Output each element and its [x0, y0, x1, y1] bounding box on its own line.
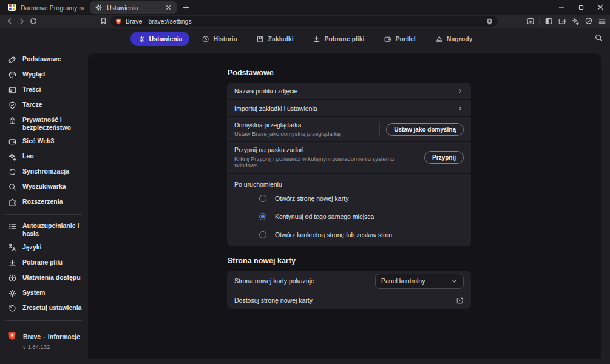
sidebar-item-zresetuj[interactable]: Zresetuj ustawienia: [0, 301, 88, 316]
settings-sidebar: Podstawowe Wygląd Treści Tarcze Prywatno…: [0, 52, 88, 352]
site-favicon-icon: [8, 4, 16, 12]
external-link-icon: [456, 297, 464, 305]
sidebar-label: Podstawowe: [22, 55, 61, 63]
section-title-podstawowe: Podstawowe: [228, 69, 471, 77]
sparkle-icon: [8, 152, 17, 161]
sidebar-item-podstawowe[interactable]: Podstawowe: [0, 52, 88, 67]
tab-title: Darmowe Programy na Windows – W: [21, 4, 84, 12]
pin-button[interactable]: Przypnij: [424, 151, 464, 164]
sidebar-label: Prywatność i bezpieczeństwo: [22, 116, 84, 131]
radio-label: Otwórz konkretną stronę lub zestaw stron: [275, 231, 392, 238]
nav-tab-label: Portfel: [396, 35, 416, 42]
chevron-down-icon: [451, 278, 458, 285]
settings-nav: Ustawienia Historia Zakładki Pobrane pli…: [130, 32, 480, 46]
set-default-button[interactable]: Ustaw jako domyślną: [386, 123, 464, 136]
sidebar-item-siec-web3[interactable]: Sieć Web3: [0, 134, 88, 149]
sidebar-item-rozszerzenia[interactable]: Rozszerzenia: [0, 195, 88, 210]
sidebar-item-wyglad[interactable]: Wygląd: [0, 67, 88, 83]
reload-icon[interactable]: [29, 17, 38, 25]
content-icon: [8, 86, 17, 95]
section-title-strona-nowej-karty: Strona nowej karty: [228, 257, 471, 265]
reader-mode-icon[interactable]: [526, 17, 535, 26]
rewards-triangle-icon: [435, 35, 443, 43]
sidebar-label: Leo: [22, 152, 34, 160]
row-ntp-shows: Strona nowej karty pokazuje Panel kontro…: [227, 271, 471, 292]
radio-selected-icon[interactable]: [259, 213, 266, 220]
forward-icon[interactable]: [18, 17, 26, 25]
wallet-icon: [8, 137, 17, 146]
nav-tab-historia[interactable]: Historia: [194, 32, 244, 46]
gear-icon: [138, 35, 146, 43]
row-label: Nazwa profilu i zdjęcie: [234, 87, 456, 95]
brave-shield-logo-icon: [115, 18, 122, 25]
radio-icon[interactable]: [259, 195, 266, 202]
leo-ai-sparkle-icon[interactable]: [571, 17, 580, 26]
sidebar-item-ulatwienia[interactable]: Ułatwienia dostępu: [0, 271, 88, 286]
nav-tab-portfel[interactable]: Portfel: [377, 32, 423, 46]
close-button[interactable]: [591, 0, 610, 15]
radio-label: Otwórz stronę nowej karty: [275, 195, 348, 202]
browser-toolbar: Brave brave://settings: [0, 15, 610, 28]
sidebar-item-tarcze[interactable]: Tarcze: [0, 98, 88, 113]
gear-icon: [8, 289, 17, 298]
sidebar-item-wyszukiwarka[interactable]: Wyszukiwarka: [0, 180, 88, 195]
bookmark-icon[interactable]: [100, 17, 108, 25]
nav-tab-label: Pobrane pliki: [325, 35, 365, 42]
settings-page: Ustawienia Historia Zakładki Pobrane pli…: [0, 28, 610, 364]
nav-tab-nagrody[interactable]: Nagrody: [428, 32, 480, 46]
search-icon[interactable]: [594, 33, 603, 42]
dropdown-value: Panel kontrolny: [381, 277, 451, 285]
sidebar-item-brave-informacje[interactable]: Brave – informacje v 1.84.132: [0, 325, 88, 352]
row-subtitle: Ustaw Brave jako domyślną przeglądarkę: [234, 130, 373, 137]
sidebar-item-pobrane-pliki[interactable]: Pobrane pliki: [0, 255, 88, 271]
back-icon[interactable]: [5, 17, 14, 25]
row-profile-name[interactable]: Nazwa profilu i zdjęcie: [227, 83, 471, 99]
menu-hamburger-icon[interactable]: [597, 17, 606, 26]
puzzle-icon: [8, 198, 17, 207]
maximize-button[interactable]: [571, 0, 591, 15]
shields-panel-icon[interactable]: [486, 18, 493, 25]
tab-close-icon[interactable]: [164, 4, 172, 12]
window-controls: [552, 0, 610, 15]
sidebar-item-autouzupelnianie[interactable]: Autouzupełnianie i hasła: [0, 219, 88, 240]
minimize-button[interactable]: [552, 0, 571, 15]
lock-icon: [8, 116, 17, 125]
nav-tab-label: Historia: [213, 35, 237, 42]
row-divider: [418, 150, 418, 164]
sidebar-item-system[interactable]: System: [0, 286, 88, 301]
tab-active[interactable]: Ustawienia: [90, 1, 177, 14]
row-customize-ntp[interactable]: Dostosuj stronę nowej karty: [227, 292, 471, 309]
settings-content-panel: Podstawowe Nazwa profilu i zdjęcie Impor…: [88, 53, 601, 359]
radio-option-continue[interactable]: Kontynuuj od tego samego miejsca: [234, 207, 464, 226]
nav-tab-zakladki[interactable]: Zakładki: [249, 32, 301, 46]
wallet-icon[interactable]: [557, 17, 566, 26]
podstawowe-card: Nazwa profilu i zdjęcie Importuj zakładk…: [227, 83, 471, 246]
new-tab-icon[interactable]: [181, 2, 191, 12]
row-import-bookmarks[interactable]: Importuj zakładki i ustawienia: [227, 99, 471, 116]
sidebar-item-leo[interactable]: Leo: [0, 149, 88, 164]
radio-option-specific-pages[interactable]: Otwórz konkretną stronę lub zestaw stron: [234, 226, 464, 244]
sidebar-item-synchronizacja[interactable]: Synchronizacja: [0, 164, 88, 180]
radio-icon[interactable]: [259, 231, 266, 238]
rewards-badge-icon[interactable]: [584, 17, 593, 26]
sidebar-label: Synchronizacja: [22, 167, 69, 175]
tab-inactive[interactable]: Darmowe Programy na Windows – W: [4, 1, 89, 14]
sidebar-item-jezyki[interactable]: Języki: [0, 240, 88, 255]
sidebar-label: Tarcze: [22, 101, 42, 109]
sidebar-item-prywatnosc[interactable]: Prywatność i bezpieczeństwo: [0, 113, 88, 134]
nav-tab-ustawienia[interactable]: Ustawienia: [130, 32, 190, 46]
radio-option-new-tab[interactable]: Otwórz stronę nowej karty: [234, 189, 464, 207]
sidebar-item-tresci[interactable]: Treści: [0, 83, 88, 98]
nav-tab-label: Nagrody: [447, 35, 473, 42]
urlbar-divider: [481, 18, 481, 25]
address-bar[interactable]: Brave brave://settings: [110, 16, 498, 27]
sidebar-toggle-icon[interactable]: [544, 17, 553, 26]
sidebar-label: Rozszerzenia: [22, 198, 63, 206]
list-icon: [8, 222, 17, 231]
ntp-shows-dropdown[interactable]: Panel kontrolny: [375, 274, 464, 289]
nav-tab-pobrane-pliki[interactable]: Pobrane pliki: [306, 32, 372, 46]
nav-tab-label: Ustawienia: [149, 35, 183, 42]
sidebar-label: Wygląd: [22, 70, 45, 78]
wallet-icon: [384, 35, 392, 43]
sidebar-label: Zresetuj ustawienia: [22, 304, 81, 312]
